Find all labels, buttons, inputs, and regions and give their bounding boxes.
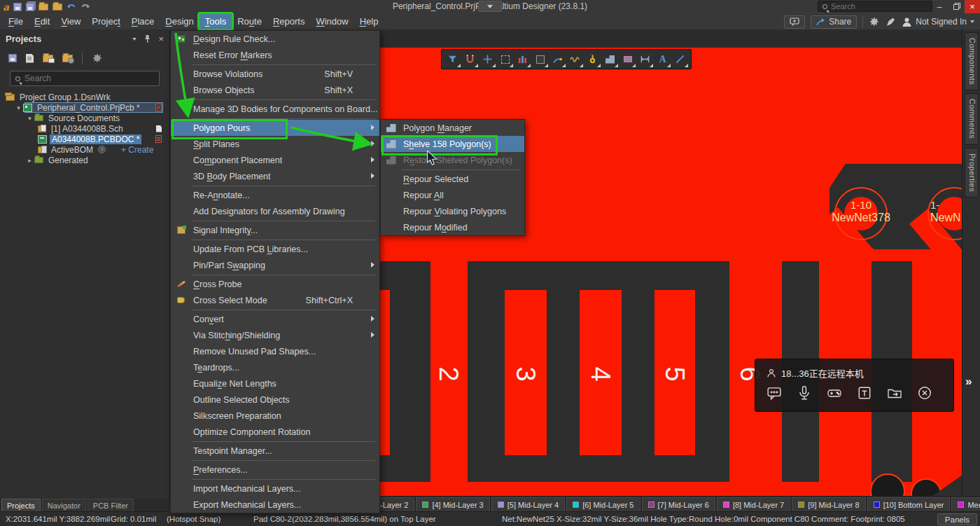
tools-browse-violations[interactable]: Browse ViolationsShift+V <box>171 66 379 82</box>
interactive-route-icon[interactable] <box>549 50 566 68</box>
right-tab-comments[interactable]: Comments <box>965 93 979 144</box>
compile-document-icon[interactable] <box>26 54 34 63</box>
title-dropdown[interactable] <box>478 1 502 12</box>
expand-chevron[interactable]: » <box>965 375 972 389</box>
polygon-repour-all[interactable]: Repour All <box>381 187 524 203</box>
tools-update-from-pcb-libraries[interactable]: Update From PCB Libraries... <box>171 241 379 257</box>
gamepad-icon[interactable] <box>827 385 842 401</box>
tools-3d-body-placement[interactable]: 3D Body Placement <box>171 168 379 184</box>
panel-settings-gear-icon[interactable] <box>92 53 103 64</box>
share-folder-icon[interactable] <box>887 385 902 401</box>
layer-tab-8-mid-layer-7[interactable]: [8] Mid-Layer 7 <box>717 497 790 511</box>
panel-menu-icon[interactable] <box>132 38 136 41</box>
open-icon[interactable] <box>38 4 48 11</box>
microphone-icon[interactable] <box>797 385 812 401</box>
tree-item-generated[interactable]: ▸Generated <box>0 155 170 165</box>
tools-via-stitching-shielding[interactable]: Via Stitching/Shielding <box>171 327 379 343</box>
string-icon[interactable]: A <box>654 50 671 68</box>
tools-teardrops[interactable]: Teardrops... <box>171 359 379 375</box>
tools-component-placement[interactable]: Component Placement <box>171 152 379 168</box>
create-action-link[interactable]: + Create <box>121 145 153 155</box>
chat-icon[interactable] <box>766 385 782 401</box>
tools-reset-error-markers[interactable]: Reset Error Markers <box>171 47 379 63</box>
menu-place[interactable]: Place <box>126 14 160 29</box>
open-project-icon[interactable] <box>52 4 62 11</box>
tools-cross-probe[interactable]: Cross Probe <box>171 276 379 292</box>
comment-button[interactable] <box>784 15 805 29</box>
net-tuning-icon[interactable] <box>566 50 584 68</box>
tools-design-rule-check[interactable]: Design Rule Check... <box>171 31 379 47</box>
tools-preferences[interactable]: Preferences... <box>171 462 379 478</box>
polygon-repour-violating-polygons[interactable]: Repour Violating Polygons <box>381 203 524 219</box>
help-badge[interactable]: ? <box>98 146 106 153</box>
tools-cross-select-mode[interactable]: Cross Select ModeShift+Ctrl+X <box>171 292 379 308</box>
via-icon[interactable] <box>584 50 601 68</box>
area-select-icon[interactable] <box>496 50 514 68</box>
remote-session-toast[interactable]: 18...36正在远程本机 <box>755 359 954 412</box>
tools-optimize-component-rotation[interactable]: Optimize Component Rotation <box>171 424 379 440</box>
expand-icon[interactable]: ▸ <box>27 157 33 163</box>
tools-browse-objects[interactable]: Browse ObjectsShift+X <box>171 82 379 98</box>
tree-item-peripheral-control-prjpcb[interactable]: ▾Peripheral_Control.PrjPcb * <box>0 102 170 113</box>
right-tab-components[interactable]: Components <box>965 32 979 90</box>
tree-item-a0344008b-pcbdoc[interactable]: A0344008B.PCBDOC * <box>0 134 170 144</box>
layer-tab-5-mid-layer-4[interactable]: [5] Mid-Layer 4 <box>491 497 565 511</box>
collapse-icon[interactable]: ▾ <box>15 104 22 111</box>
tools-split-planes[interactable]: Split Planes <box>171 136 379 152</box>
panel-tab-pcb-filter[interactable]: PCB Filter <box>88 499 134 511</box>
pin-icon[interactable] <box>144 34 151 43</box>
restore-button[interactable] <box>948 0 965 13</box>
pad-icon[interactable] <box>619 50 636 68</box>
save-all-icon[interactable] <box>26 3 34 11</box>
polygon-pour-icon[interactable] <box>601 50 619 68</box>
tools-add-designators-for-assembly-drawing[interactable]: Add Designators for Assembly Drawing <box>171 203 379 219</box>
minimize-button[interactable]: – <box>931 0 948 13</box>
search-input[interactable] <box>831 2 915 11</box>
save-icon[interactable] <box>13 3 22 11</box>
collapse-icon[interactable]: ▾ <box>27 115 33 121</box>
menu-file[interactable]: File <box>3 14 29 29</box>
open-folder-comment-icon[interactable] <box>43 55 53 62</box>
tools-testpoint-manager[interactable]: Testpoint Manager... <box>171 443 379 459</box>
tools-convert[interactable]: Convert <box>171 311 379 327</box>
right-tab-properties[interactable]: Properties <box>965 148 979 198</box>
tools-signal-integrity[interactable]: Signal Integrity... <box>171 222 379 238</box>
panel-tab-projects[interactable]: Projects <box>1 499 41 511</box>
tree-item-project-group-1-dsnwrk[interactable]: Project Group 1.DsnWrk <box>0 92 170 102</box>
tools-re-annotate[interactable]: Re-Annotate... <box>171 187 379 203</box>
layer-tab-7-mid-layer-6[interactable]: [7] Mid-Layer 6 <box>642 497 715 511</box>
menu-edit[interactable]: Edit <box>29 14 55 29</box>
polygon-repour-selected[interactable]: Repour Selected <box>381 171 524 187</box>
layer-tab-10-bottom-layer[interactable]: [10] Bottom Layer <box>867 497 951 511</box>
menu-window[interactable]: Window <box>310 14 354 29</box>
open-folder-settings-icon[interactable] <box>62 55 73 62</box>
move-cross-icon[interactable] <box>479 50 496 68</box>
save-project-icon[interactable] <box>8 54 17 62</box>
polygon-repour-modified[interactable]: Repour Modified <box>381 219 524 235</box>
tree-item-1-a0344008b-sch[interactable]: [1] A0344008B.Sch <box>0 123 170 134</box>
tools-polygon-pours[interactable]: Polygon Pours <box>171 120 379 136</box>
polygon-shelve-158-polygon-s[interactable]: Shelve 158 Polygon(s) <box>381 136 524 152</box>
layer-tab-mechanical-1[interactable]: Mechanical 1 <box>951 497 980 511</box>
menu-design[interactable]: Design <box>160 14 199 29</box>
global-search[interactable] <box>818 1 932 12</box>
tools-import-mechanical-layers[interactable]: Import Mechanical Layers... <box>171 480 379 497</box>
tools-outline-selected-objects[interactable]: Outline Selected Objects <box>171 392 379 408</box>
alignment-icon[interactable] <box>514 50 531 68</box>
layer-tab-6-mid-layer-5[interactable]: [6] Mid-Layer 5 <box>566 497 640 511</box>
tools-remove-unused-pad-shapes[interactable]: Remove Unused Pad Shapes... <box>171 343 379 359</box>
redo-icon[interactable] <box>80 3 90 11</box>
panel-tab-navigator[interactable]: Navigator <box>42 499 86 511</box>
polygon-restore-shelved-polygon-s[interactable]: Restore Shelved Polygon(s) <box>381 152 524 168</box>
menu-reports[interactable]: Reports <box>267 14 311 29</box>
polygon-polygon-manager[interactable]: Polygon Manager <box>381 120 524 136</box>
menu-project[interactable]: Project <box>86 14 125 29</box>
projects-search-input[interactable] <box>24 74 144 83</box>
close-icon[interactable] <box>917 385 932 401</box>
close-panel-icon[interactable]: × <box>158 34 164 44</box>
tools-pin-part-swapping[interactable]: Pin/Part Swapping <box>171 257 379 273</box>
tools-silkscreen-preparation[interactable]: Silkscreen Preparation <box>171 408 379 424</box>
tree-item-source-documents[interactable]: ▾Source Documents <box>0 113 170 123</box>
panels-button[interactable]: Panels <box>937 513 977 525</box>
layer-tab-9-mid-layer-8[interactable]: [9] Mid-Layer 8 <box>792 497 865 511</box>
